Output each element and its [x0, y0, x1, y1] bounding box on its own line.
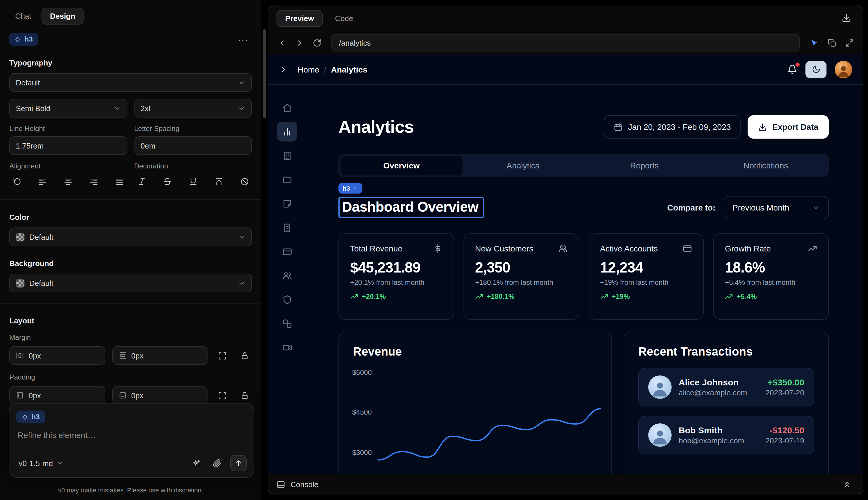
- line-height-input[interactable]: 1.75rem: [9, 136, 127, 155]
- overline-button[interactable]: [211, 174, 226, 189]
- align-left-button[interactable]: [35, 174, 50, 189]
- composer-element-chip[interactable]: h3: [16, 410, 45, 423]
- tab-notifications[interactable]: Notifications: [705, 156, 827, 175]
- refine-input[interactable]: Refine this element…: [16, 430, 247, 440]
- tab-reports[interactable]: Reports: [583, 156, 705, 175]
- revenue-chart-title: Revenue: [353, 345, 597, 359]
- more-options-button[interactable]: ···: [234, 33, 252, 45]
- section-title-selected[interactable]: Dashboard Overview: [338, 197, 484, 218]
- sidebar-organization-icon[interactable]: [277, 146, 297, 166]
- tab-chat[interactable]: Chat: [7, 8, 39, 25]
- arrow-up-icon: [234, 459, 243, 467]
- enhance-prompt-button[interactable]: [188, 456, 204, 471]
- align-center-button[interactable]: [61, 174, 76, 189]
- expand-padding-button[interactable]: [215, 388, 230, 403]
- expand-margin-button[interactable]: [215, 348, 230, 363]
- margin-x-input[interactable]: 0px: [9, 346, 105, 365]
- padding-y-input[interactable]: 0px: [112, 386, 208, 405]
- compare-select[interactable]: Previous Month: [724, 196, 829, 219]
- back-button[interactable]: [274, 35, 289, 50]
- fullscreen-button[interactable]: [842, 35, 857, 50]
- font-family-select[interactable]: Default: [9, 73, 252, 92]
- padding-x-input[interactable]: 0px: [9, 386, 105, 405]
- console-bar[interactable]: Console: [268, 474, 863, 495]
- lock-margin-button[interactable]: [237, 348, 252, 363]
- download-icon: [759, 123, 767, 131]
- padding-vertical-icon: [118, 391, 127, 399]
- color-swatch-icon: [16, 232, 25, 241]
- tab-code[interactable]: Code: [326, 10, 362, 26]
- sparkles-icon: [192, 459, 200, 467]
- letter-spacing-input[interactable]: 0em: [134, 136, 252, 155]
- model-select[interactable]: v0-1.5-md: [16, 458, 66, 469]
- lock-padding-button[interactable]: [237, 388, 252, 403]
- url-bar[interactable]: /analytics: [332, 34, 800, 52]
- sidebar-home-icon[interactable]: [277, 98, 297, 117]
- sidebar-integrations-icon[interactable]: [277, 314, 297, 333]
- moon-icon: [812, 65, 820, 74]
- align-justify-button[interactable]: [112, 174, 127, 189]
- italic-button[interactable]: [134, 174, 149, 189]
- inspect-button[interactable]: [807, 35, 822, 50]
- clear-decoration-button[interactable]: [237, 174, 252, 189]
- background-select[interactable]: Default: [9, 274, 252, 292]
- expand-console-button[interactable]: [840, 477, 855, 492]
- send-button[interactable]: [230, 455, 247, 471]
- sidebar-toggle-button[interactable]: [279, 65, 288, 74]
- stats-grid: Total Revenue $45,231.89 +20.1% from las…: [338, 233, 829, 320]
- chevron-down-icon: [238, 233, 245, 241]
- tab-analytics[interactable]: Analytics: [462, 156, 584, 175]
- refresh-button[interactable]: [309, 35, 324, 50]
- sidebar-users-icon[interactable]: [277, 265, 297, 285]
- duplicate-button[interactable]: [824, 35, 840, 50]
- design-panel: Chat Design h3 ··· Typography Default Se…: [0, 0, 261, 500]
- y-tick: $6000: [348, 368, 372, 377]
- sidebar-analytics-icon[interactable]: [277, 122, 297, 141]
- align-justify-icon: [115, 177, 124, 186]
- font-weight-select[interactable]: Semi Bold: [9, 99, 127, 117]
- disclaimer-text: v0 may make mistakes. Please use with di…: [0, 487, 261, 493]
- color-select[interactable]: Default: [9, 227, 252, 246]
- divider: [0, 303, 261, 304]
- date-range-picker[interactable]: Jan 20, 2023 - Feb 09, 2023: [603, 115, 741, 139]
- forward-button[interactable]: [292, 35, 307, 50]
- strikethrough-button[interactable]: [160, 174, 175, 189]
- download-icon: [842, 13, 851, 23]
- selected-element-chip[interactable]: h3: [9, 33, 38, 46]
- font-size-select[interactable]: 2xl: [134, 99, 252, 117]
- alignment-controls: [9, 174, 127, 189]
- sidebar-projects-icon[interactable]: [277, 170, 297, 190]
- sidebar-notes-icon[interactable]: [277, 194, 297, 214]
- tab-design[interactable]: Design: [42, 8, 84, 25]
- sidebar-security-icon[interactable]: [277, 289, 297, 309]
- inspected-element-chip[interactable]: h3: [338, 183, 362, 194]
- user-avatar[interactable]: [835, 60, 852, 78]
- theme-toggle-button[interactable]: [806, 60, 826, 78]
- tab-overview[interactable]: Overview: [341, 156, 462, 175]
- sidebar-cards-icon[interactable]: [277, 241, 297, 261]
- chevron-down-icon: [238, 104, 245, 112]
- stat-card-active-accounts: Active Accounts 12,234 +19% from last mo…: [588, 233, 704, 320]
- reset-alignment-button[interactable]: [9, 174, 25, 189]
- letter-spacing-label: Letter Spacing: [134, 125, 252, 133]
- download-button[interactable]: [838, 10, 855, 26]
- italic-icon: [137, 177, 146, 186]
- breadcrumb-home-link[interactable]: Home: [298, 65, 320, 74]
- tab-preview[interactable]: Preview: [277, 10, 323, 26]
- attach-file-button[interactable]: [209, 456, 224, 471]
- trending-up-icon: [600, 292, 608, 300]
- decoration-controls: [134, 174, 252, 189]
- export-data-button[interactable]: Export Data: [748, 115, 829, 139]
- sidebar-video-icon[interactable]: [277, 338, 297, 357]
- scrollbar-thumb[interactable]: [263, 29, 266, 118]
- align-right-button[interactable]: [86, 174, 101, 189]
- divider: [0, 200, 261, 200]
- v0-workspace: Chat Design h3 ··· Typography Default Se…: [0, 0, 868, 500]
- copy-icon: [828, 38, 836, 47]
- typography-section-label: Typography: [9, 58, 252, 67]
- refresh-icon: [312, 38, 321, 47]
- sidebar-billing-icon[interactable]: [277, 217, 297, 237]
- margin-y-input[interactable]: 0px: [112, 346, 208, 365]
- underline-button[interactable]: [186, 174, 201, 189]
- notifications-button[interactable]: [787, 64, 797, 74]
